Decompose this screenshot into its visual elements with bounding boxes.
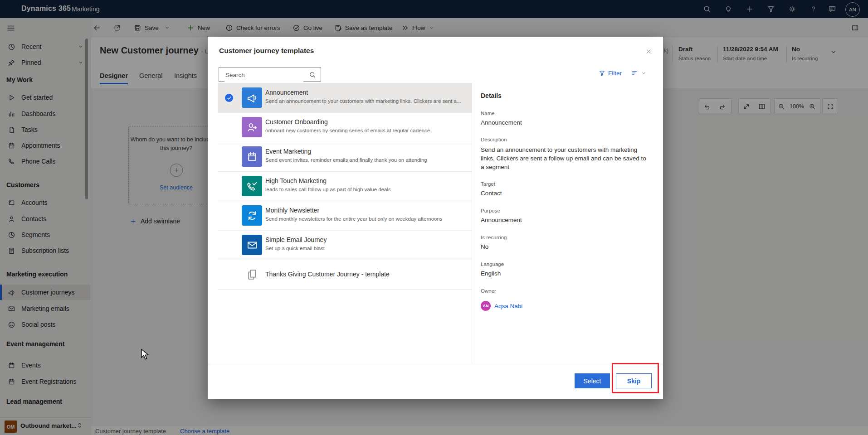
list-details-divider bbox=[472, 83, 472, 364]
template-description: Send an announcement to your customers w… bbox=[265, 98, 461, 104]
search-icon[interactable] bbox=[309, 71, 316, 78]
template-name: Event Marketing bbox=[265, 148, 311, 155]
template-search-box bbox=[219, 67, 321, 82]
calendar-icon bbox=[246, 151, 258, 163]
template-tile bbox=[242, 235, 262, 255]
template-row-high-touch-marketing[interactable]: High Touch Marketing leads to sales call… bbox=[218, 171, 472, 201]
template-row-announcement[interactable]: Announcement Send an announcement to you… bbox=[218, 83, 472, 113]
mouse-cursor bbox=[141, 349, 150, 361]
filter-controls: Filter bbox=[599, 69, 647, 77]
template-row-event-marketing[interactable]: Event Marketing Send event invites, remi… bbox=[218, 142, 472, 172]
copy-pages-icon bbox=[246, 268, 258, 281]
sync-arrows-icon bbox=[246, 210, 258, 222]
purpose-label: Purpose bbox=[481, 208, 500, 213]
is-recurring-label: Is recurring bbox=[481, 235, 507, 240]
close-icon bbox=[645, 48, 652, 55]
template-tile bbox=[242, 117, 262, 137]
template-description: Send event invites, reminder emails and … bbox=[265, 157, 427, 163]
search-input[interactable] bbox=[224, 68, 303, 82]
person-arrow-icon bbox=[246, 121, 258, 133]
name-label: Name bbox=[481, 111, 495, 116]
language-value: English bbox=[481, 270, 501, 277]
description-label: Description bbox=[481, 137, 507, 142]
envelope-icon bbox=[246, 239, 258, 251]
app-window: Dynamics 365 Marketing AN Save New Check… bbox=[0, 0, 868, 435]
template-description: leads to sales call follow up as part of… bbox=[265, 187, 391, 192]
target-label: Target bbox=[481, 181, 495, 187]
check-icon bbox=[227, 96, 232, 101]
chevron-down-icon[interactable] bbox=[641, 70, 647, 76]
phone-check-icon bbox=[246, 180, 258, 192]
owner-name-link[interactable]: Aqsa Nabi bbox=[494, 303, 522, 309]
filter-funnel-icon[interactable] bbox=[599, 70, 605, 77]
template-name: Thanks Giving Customer Journey - templat… bbox=[265, 271, 390, 278]
customer-journey-templates-dialog: Customer journey templates Filter Announ… bbox=[208, 37, 663, 399]
purpose-value: Announcement bbox=[481, 217, 522, 223]
owner-label: Owner bbox=[481, 288, 496, 294]
language-label: Language bbox=[481, 261, 504, 267]
selected-check-badge bbox=[225, 94, 233, 102]
template-description: Send monthly newsletters for the entire … bbox=[265, 216, 443, 222]
close-dialog-button[interactable] bbox=[642, 45, 655, 58]
megaphone-icon bbox=[246, 92, 258, 104]
select-button[interactable]: Select bbox=[575, 373, 610, 388]
template-row-customer-onboarding[interactable]: Customer Onboarding onboard new customer… bbox=[218, 112, 472, 142]
template-description: onboard new customers by sending series … bbox=[265, 128, 430, 133]
footer-divider bbox=[208, 364, 663, 364]
template-name: Customer Onboarding bbox=[265, 118, 328, 126]
sort-lines-icon[interactable] bbox=[631, 69, 638, 77]
template-row-thanks-giving[interactable]: Thanks Giving Customer Journey - templat… bbox=[218, 260, 472, 290]
template-row-simple-email-journey[interactable]: Simple Email Journey Set up a quick emai… bbox=[218, 230, 472, 260]
owner-avatar: AN bbox=[481, 301, 491, 311]
annotation-highlight-box bbox=[612, 363, 659, 393]
owner-row: AN Aqsa Nabi bbox=[481, 301, 522, 311]
dialog-title: Customer journey templates bbox=[219, 47, 314, 55]
description-value: Send an announcement to your customers w… bbox=[481, 145, 649, 171]
template-name: Announcement bbox=[265, 89, 308, 96]
is-recurring-value: No bbox=[481, 243, 488, 250]
template-name: Simple Email Journey bbox=[265, 236, 327, 243]
template-tile bbox=[242, 87, 262, 108]
name-value: Announcement bbox=[481, 119, 522, 126]
template-tile bbox=[242, 146, 262, 167]
template-name: Monthly Newsletter bbox=[265, 207, 319, 214]
target-value: Contact bbox=[481, 190, 502, 197]
template-tile bbox=[242, 205, 262, 226]
details-header: Details bbox=[481, 92, 502, 99]
template-description: Set up a quick email blast bbox=[265, 246, 325, 251]
template-row-monthly-newsletter[interactable]: Monthly Newsletter Send monthly newslett… bbox=[218, 201, 472, 231]
filter-label[interactable]: Filter bbox=[608, 70, 622, 77]
template-name: High Touch Marketing bbox=[265, 177, 327, 184]
template-tile bbox=[242, 264, 262, 285]
template-tile bbox=[242, 176, 262, 196]
